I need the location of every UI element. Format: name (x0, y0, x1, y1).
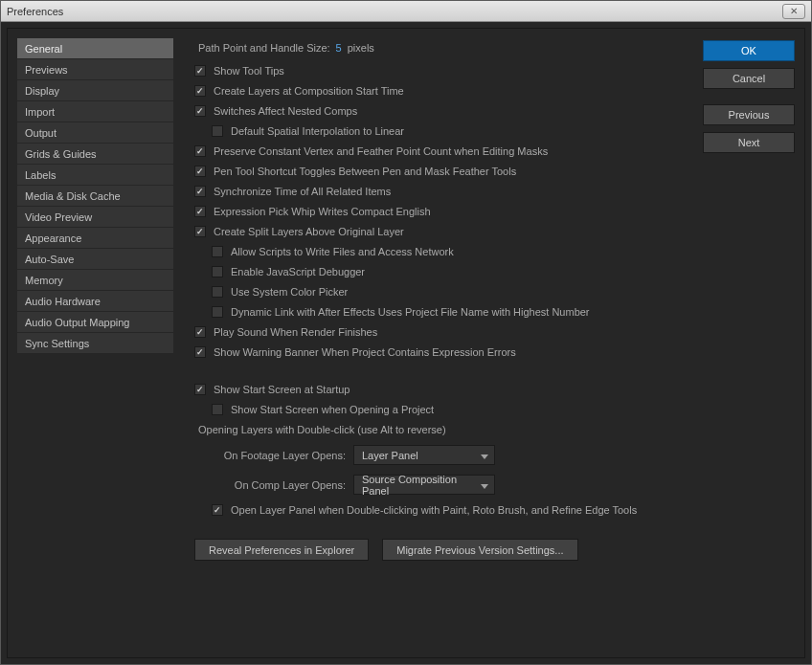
checkbox[interactable] (194, 206, 206, 217)
sidebar-item-label: Auto-Save (25, 254, 74, 265)
checkbox[interactable] (194, 346, 206, 358)
sidebar-item-audio-hardware[interactable]: Audio Hardware (17, 291, 173, 312)
sidebar-item-previews[interactable]: Previews (17, 59, 173, 80)
comp-layer-value: Source Composition Panel (362, 474, 481, 497)
reveal-preferences-button[interactable]: Reveal Preferences in Explorer (194, 539, 369, 561)
checkbox[interactable] (194, 65, 206, 77)
checkbox-label: Create Split Layers Above Original Layer (214, 226, 404, 237)
reveal-preferences-label: Reveal Preferences in Explorer (209, 544, 354, 556)
check-row: Show Warning Banner When Project Contain… (191, 346, 686, 358)
dialog-panel: GeneralPreviewsDisplayImportOutputGrids … (7, 28, 805, 658)
path-point-value[interactable]: 5 (336, 42, 342, 54)
open-layer-panel-label: Open Layer Panel when Double-clicking wi… (231, 504, 637, 516)
check-row: Allow Scripts to Write Files and Access … (191, 246, 686, 257)
checkbox-label: Expression Pick Whip Writes Compact Engl… (214, 206, 431, 217)
sidebar-item-label: Video Preview (25, 211, 92, 223)
checkbox[interactable] (212, 125, 223, 137)
check-row: Enable JavaScript Debugger (191, 266, 686, 277)
check-row: Create Split Layers Above Original Layer (191, 226, 686, 237)
chevron-down-icon (481, 479, 488, 491)
sidebar-item-general[interactable]: General (17, 38, 173, 59)
previous-button[interactable]: Previous (703, 104, 795, 125)
sidebar-item-label: Audio Output Mapping (25, 317, 129, 328)
sidebar-item-grids-guides[interactable]: Grids & Guides (17, 144, 173, 165)
next-label: Next (738, 137, 760, 148)
sidebar-item-display[interactable]: Display (17, 80, 173, 101)
sidebar-item-video-preview[interactable]: Video Preview (17, 207, 173, 228)
sidebar-item-audio-output-mapping[interactable]: Audio Output Mapping (17, 312, 173, 333)
sidebar-item-appearance[interactable]: Appearance (17, 228, 173, 249)
checkbox[interactable] (212, 306, 223, 318)
sidebar-item-label: Output (25, 127, 56, 139)
checkbox-label: Show Tool Tips (214, 65, 284, 77)
checkbox-label: Switches Affect Nested Comps (214, 105, 357, 117)
open-layer-panel-checkbox[interactable] (212, 504, 223, 516)
checkbox[interactable] (212, 246, 223, 257)
path-point-label: Path Point and Handle Size: (198, 42, 330, 54)
checkbox[interactable] (194, 326, 206, 338)
sidebar-item-output[interactable]: Output (17, 122, 173, 144)
dialog-buttons-column: OK Cancel Previous Next (703, 38, 795, 648)
checkbox[interactable] (194, 186, 206, 197)
sidebar-item-label: Audio Hardware (25, 296, 101, 307)
cancel-label: Cancel (733, 73, 765, 84)
sidebar-item-label: Import (25, 106, 55, 118)
check-row: Create Layers at Composition Start Time (191, 85, 686, 97)
checkbox[interactable] (194, 85, 206, 97)
sidebar-item-memory[interactable]: Memory (17, 270, 173, 291)
checkbox[interactable] (194, 166, 206, 177)
sidebar-item-auto-save[interactable]: Auto-Save (17, 249, 173, 270)
path-point-unit: pixels (348, 42, 374, 54)
opening-layers-header: Opening Layers with Double-click (use Al… (191, 424, 686, 435)
migrate-settings-label: Migrate Previous Version Settings... (396, 544, 563, 556)
comp-layer-row: On Comp Layer Opens: Source Composition … (191, 475, 686, 495)
footage-layer-dropdown[interactable]: Layer Panel (353, 445, 495, 465)
checkbox[interactable] (194, 145, 206, 157)
sidebar-item-sync-settings[interactable]: Sync Settings (17, 333, 173, 354)
general-content: Path Point and Handle Size: 5 pixels Sho… (183, 38, 693, 648)
cancel-button[interactable]: Cancel (703, 68, 795, 89)
comp-layer-label: On Comp Layer Opens: (212, 479, 346, 491)
checkbox-label: Play Sound When Render Finishes (214, 326, 377, 338)
path-point-size-row: Path Point and Handle Size: 5 pixels (191, 42, 686, 54)
check-row: Synchronize Time of All Related Items (191, 186, 686, 197)
checkbox[interactable] (194, 384, 206, 395)
checkbox-label: Show Start Screen at Startup (214, 384, 350, 395)
chevron-down-icon (481, 450, 488, 461)
footage-layer-row: On Footage Layer Opens: Layer Panel (191, 445, 686, 465)
check-row: Expression Pick Whip Writes Compact Engl… (191, 206, 686, 217)
sidebar-item-import[interactable]: Import (17, 101, 173, 122)
comp-layer-dropdown[interactable]: Source Composition Panel (353, 475, 495, 495)
check-row: Show Tool Tips (191, 65, 686, 77)
sidebar-item-label: Previews (25, 64, 68, 76)
migrate-settings-button[interactable]: Migrate Previous Version Settings... (382, 539, 577, 561)
titlebar: Preferences ✕ (1, 1, 811, 22)
next-button[interactable]: Next (703, 132, 795, 153)
checkbox[interactable] (194, 105, 206, 117)
checkbox-label: Create Layers at Composition Start Time (214, 85, 404, 97)
footage-layer-value: Layer Panel (362, 450, 418, 461)
preferences-window: Preferences ✕ GeneralPreviewsDisplayImpo… (0, 0, 812, 665)
checkbox-label: Use System Color Picker (231, 286, 348, 298)
checkbox-label: Default Spatial Interpolation to Linear (231, 125, 404, 137)
checkbox-label: Preserve Constant Vertex and Feather Poi… (214, 145, 548, 157)
check-row: Pen Tool Shortcut Toggles Between Pen an… (191, 166, 686, 177)
checkbox[interactable] (212, 404, 223, 415)
sidebar-item-label: Grids & Guides (25, 148, 97, 160)
checkbox[interactable] (194, 226, 206, 237)
check-row: Show Start Screen when Opening a Project (191, 404, 686, 415)
checkbox-label: Show Start Screen when Opening a Project (231, 404, 434, 415)
ok-label: OK (741, 45, 756, 56)
check-row: Switches Affect Nested Comps (191, 105, 686, 117)
window-close-button[interactable]: ✕ (782, 4, 805, 19)
footage-layer-label: On Footage Layer Opens: (212, 450, 346, 461)
sidebar-item-label: Labels (25, 169, 56, 181)
sidebar-item-media-disk-cache[interactable]: Media & Disk Cache (17, 186, 173, 207)
sidebar-item-label: Media & Disk Cache (25, 190, 121, 202)
checkbox[interactable] (212, 266, 223, 277)
ok-button[interactable]: OK (703, 40, 795, 61)
checkbox[interactable] (212, 286, 223, 298)
checkbox-label: Dynamic Link with After Effects Uses Pro… (231, 306, 590, 318)
sidebar-item-labels[interactable]: Labels (17, 165, 173, 186)
checkbox-label: Enable JavaScript Debugger (231, 266, 365, 277)
